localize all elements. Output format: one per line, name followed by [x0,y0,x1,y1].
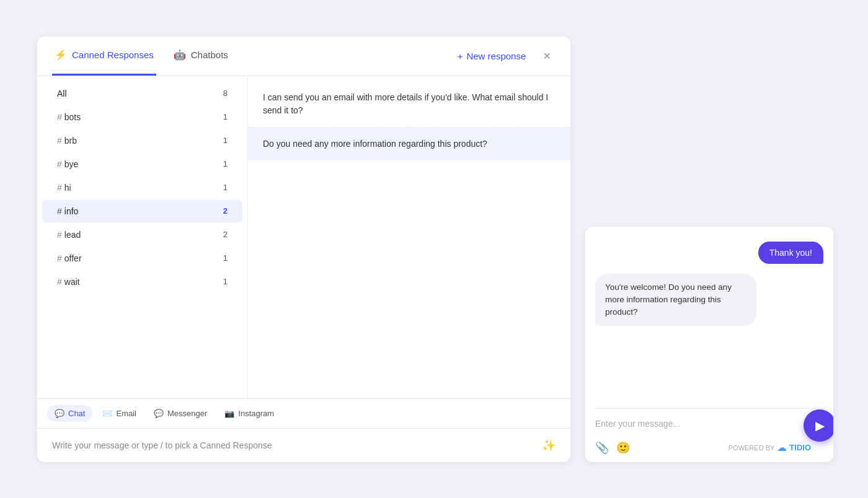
response-item-1[interactable]: I can send you an email with more detail… [248,81,570,128]
tidio-brand: TIDIO [789,443,811,452]
sidebar-item-offer[interactable]: # offer 1 [42,247,242,269]
powered-by: POWERED BY ☁ TIDIO [728,442,811,453]
sidebar-item-count: 1 [223,136,228,145]
hash-icon: # [57,277,62,287]
hash-icon: # [57,136,62,146]
message-bar: Write your message or type / to pick a C… [37,429,570,462]
channel-tabs: 💬 Chat ✉️ Email 💬 Messenger 📷 Instagram [37,399,570,429]
sidebar-item-brb[interactable]: # brb 1 [42,129,242,152]
sidebar-item-label: bots [64,112,223,122]
sidebar-item-count: 1 [223,183,228,192]
message-left-1: You're welcome! Do you need any more inf… [595,274,823,326]
bolt-icon: ⚡ [55,49,67,61]
sidebar-item-label: bye [64,159,223,169]
close-button[interactable]: × [538,46,556,66]
chat-input-area: Enter your message... [585,409,833,436]
canned-panel: ⚡ Canned Responses 🤖 Chatbots + New resp… [37,37,570,462]
hash-icon: # [57,206,62,216]
sidebar-item-label: offer [64,253,223,263]
tab-chatbots-label: Chatbots [191,50,228,60]
new-response-button[interactable]: + New response [450,47,534,65]
channel-label: Email [116,409,136,418]
chat-panel: Thank you! You're welcome! Do you need a… [585,227,833,462]
message-bubble: You're welcome! Do you need any more inf… [595,274,756,326]
channel-label: Messenger [167,409,207,418]
hash-icon: # [57,230,62,240]
category-sidebar: All 8 # bots 1 # brb 1 # bye 1 [37,76,248,398]
sidebar-item-hi[interactable]: # hi 1 [42,177,242,199]
emoji-icon[interactable]: 🙂 [616,441,630,455]
sidebar-item-label: wait [64,277,223,287]
tab-canned-responses[interactable]: ⚡ Canned Responses [52,37,156,76]
sidebar-item-lead[interactable]: # lead 2 [42,224,242,246]
chatbot-icon: 🤖 [174,49,186,61]
tab-canned-label: Canned Responses [72,50,154,60]
canned-header: ⚡ Canned Responses 🤖 Chatbots + New resp… [37,37,570,76]
messenger-icon: 💬 [154,409,164,418]
hash-icon: # [57,112,62,122]
tidio-cloud-icon: ☁ [777,442,787,453]
response-item-2[interactable]: Do you need any more information regardi… [248,128,570,160]
responses-content: I can send you an email with more detail… [248,76,570,398]
attachment-icon[interactable]: 📎 [595,441,609,455]
close-icon: × [543,49,551,63]
hash-icon: # [57,159,62,169]
sidebar-item-count: 1 [223,277,228,286]
sidebar-item-label: lead [64,230,223,240]
sidebar-item-count: 1 [223,159,228,168]
chat-input-actions: 📎 🙂 POWERED BY ☁ TIDIO ▶ [585,436,833,462]
channel-tab-chat[interactable]: 💬 Chat [47,405,92,422]
chat-input[interactable]: Enter your message... [595,416,823,431]
magic-wand-icon[interactable]: ✨ [542,439,556,452]
sidebar-item-all[interactable]: All 8 [42,82,242,105]
sidebar-item-bye[interactable]: # bye 1 [42,153,242,175]
sidebar-item-info[interactable]: # info 2 [42,200,242,222]
response-text: Do you need any more information regardi… [263,139,487,149]
sidebar-item-wait[interactable]: # wait 1 [42,271,242,293]
send-icon: ▶ [815,418,825,433]
response-text: I can send you an email with more detail… [263,92,548,115]
channel-tab-email[interactable]: ✉️ Email [95,405,144,422]
canned-footer: 💬 Chat ✉️ Email 💬 Messenger 📷 Instagram … [37,398,570,462]
sidebar-item-label: hi [64,183,223,193]
channel-label: Chat [68,409,85,418]
new-response-label: New response [466,51,526,61]
message-input[interactable]: Write your message or type / to pick a C… [52,440,534,450]
message-right-1: Thank you! [595,242,823,264]
sidebar-item-label: All [57,89,223,98]
sidebar-item-count: 2 [223,230,228,239]
message-bubble: Thank you! [758,242,823,264]
powered-by-text: POWERED BY [728,444,775,452]
email-icon: ✉️ [102,409,112,418]
instagram-icon: 📷 [224,409,234,418]
sidebar-item-count: 1 [223,253,228,263]
canned-body: All 8 # bots 1 # brb 1 # bye 1 [37,76,570,398]
channel-tab-instagram[interactable]: 📷 Instagram [217,405,281,422]
plus-icon: + [458,51,463,61]
sidebar-item-count: 8 [223,89,228,98]
channel-label: Instagram [238,409,274,418]
sidebar-item-count: 1 [223,112,228,121]
sidebar-item-label: brb [64,136,223,146]
hash-icon: # [57,183,62,193]
hash-icon: # [57,253,62,263]
chat-icon: 💬 [55,409,64,418]
chat-messages: Thank you! You're welcome! Do you need a… [585,227,833,408]
sidebar-item-count: 2 [223,206,228,216]
channel-tab-messenger[interactable]: 💬 Messenger [146,405,215,422]
send-button[interactable]: ▶ [804,409,833,442]
sidebar-item-label: info [64,206,223,216]
sidebar-item-bots[interactable]: # bots 1 [42,106,242,128]
tab-chatbots[interactable]: 🤖 Chatbots [171,37,231,76]
